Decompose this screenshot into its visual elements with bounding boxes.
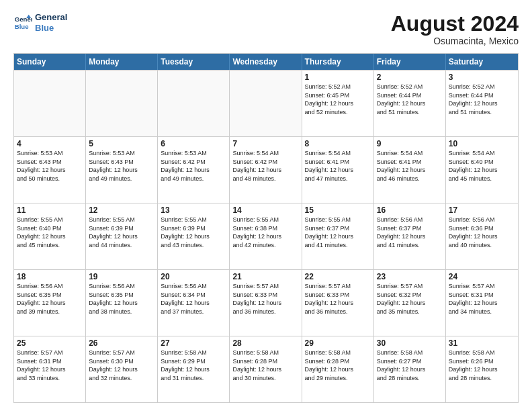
cal-cell: 27Sunrise: 5:58 AM Sunset: 6:29 PM Dayli… <box>158 336 230 402</box>
cal-cell: 11Sunrise: 5:55 AM Sunset: 6:40 PM Dayli… <box>14 203 86 269</box>
cal-cell: 4Sunrise: 5:53 AM Sunset: 6:43 PM Daylig… <box>14 137 86 203</box>
day-number: 7 <box>232 139 298 148</box>
day-number: 30 <box>377 338 443 348</box>
day-info: Sunrise: 5:56 AM Sunset: 6:35 PM Dayligh… <box>89 282 154 316</box>
day-info: Sunrise: 5:56 AM Sunset: 6:36 PM Dayligh… <box>449 216 515 249</box>
day-info: Sunrise: 5:58 AM Sunset: 6:26 PM Dayligh… <box>449 349 515 382</box>
week-row-4: 18Sunrise: 5:56 AM Sunset: 6:35 PM Dayli… <box>14 269 518 336</box>
cal-cell <box>158 71 230 136</box>
week-row-2: 4Sunrise: 5:53 AM Sunset: 6:43 PM Daylig… <box>14 136 518 203</box>
header-day-sunday: Sunday <box>14 54 86 70</box>
header-day-thursday: Thursday <box>302 54 374 70</box>
cal-cell: 15Sunrise: 5:55 AM Sunset: 6:37 PM Dayli… <box>302 203 374 269</box>
cal-cell: 12Sunrise: 5:55 AM Sunset: 6:39 PM Dayli… <box>86 203 158 269</box>
logo: General Blue General Blue <box>13 12 67 33</box>
day-number: 4 <box>17 139 83 148</box>
cal-cell: 14Sunrise: 5:55 AM Sunset: 6:38 PM Dayli… <box>230 203 302 269</box>
day-number: 13 <box>161 205 226 215</box>
day-info: Sunrise: 5:55 AM Sunset: 6:37 PM Dayligh… <box>305 216 371 249</box>
day-number: 6 <box>161 139 226 148</box>
day-info: Sunrise: 5:57 AM Sunset: 6:33 PM Dayligh… <box>305 282 371 316</box>
day-number: 15 <box>305 205 371 215</box>
cal-cell: 21Sunrise: 5:57 AM Sunset: 6:33 PM Dayli… <box>230 270 302 336</box>
day-number: 27 <box>161 338 226 348</box>
day-number: 28 <box>232 338 298 348</box>
week-row-5: 25Sunrise: 5:57 AM Sunset: 6:31 PM Dayli… <box>14 336 518 402</box>
location: Osumacinta, Mexico <box>391 36 519 46</box>
cal-cell: 1Sunrise: 5:52 AM Sunset: 6:45 PM Daylig… <box>302 71 374 136</box>
cal-cell <box>14 71 86 136</box>
cal-cell: 23Sunrise: 5:57 AM Sunset: 6:32 PM Dayli… <box>374 270 446 336</box>
calendar: SundayMondayTuesdayWednesdayThursdayFrid… <box>13 53 519 403</box>
day-info: Sunrise: 5:58 AM Sunset: 6:28 PM Dayligh… <box>305 349 371 382</box>
day-info: Sunrise: 5:54 AM Sunset: 6:40 PM Dayligh… <box>449 149 515 183</box>
day-number: 9 <box>377 139 443 148</box>
day-info: Sunrise: 5:54 AM Sunset: 6:41 PM Dayligh… <box>305 149 371 183</box>
cal-cell: 20Sunrise: 5:56 AM Sunset: 6:34 PM Dayli… <box>158 270 230 336</box>
cal-cell <box>86 71 158 136</box>
logo-text: General Blue <box>35 12 67 33</box>
day-info: Sunrise: 5:56 AM Sunset: 6:37 PM Dayligh… <box>377 216 443 249</box>
day-number: 17 <box>449 205 515 215</box>
day-info: Sunrise: 5:53 AM Sunset: 6:43 PM Dayligh… <box>17 149 83 183</box>
cal-cell: 28Sunrise: 5:58 AM Sunset: 6:28 PM Dayli… <box>230 336 302 402</box>
svg-text:Blue: Blue <box>15 22 29 30</box>
day-info: Sunrise: 5:52 AM Sunset: 6:45 PM Dayligh… <box>305 83 371 116</box>
day-number: 31 <box>449 338 515 348</box>
cal-cell: 7Sunrise: 5:54 AM Sunset: 6:42 PM Daylig… <box>230 137 302 203</box>
header-day-wednesday: Wednesday <box>230 54 302 70</box>
day-number: 29 <box>305 338 371 348</box>
header: General Blue General Blue August 2024 Os… <box>13 12 519 46</box>
day-info: Sunrise: 5:52 AM Sunset: 6:44 PM Dayligh… <box>377 83 443 116</box>
day-info: Sunrise: 5:58 AM Sunset: 6:29 PM Dayligh… <box>161 349 226 382</box>
day-number: 1 <box>305 73 371 82</box>
day-info: Sunrise: 5:57 AM Sunset: 6:30 PM Dayligh… <box>89 349 154 382</box>
day-number: 22 <box>305 272 371 281</box>
day-number: 19 <box>89 272 154 281</box>
week-row-1: 1Sunrise: 5:52 AM Sunset: 6:45 PM Daylig… <box>14 70 518 136</box>
day-info: Sunrise: 5:54 AM Sunset: 6:41 PM Dayligh… <box>377 149 443 183</box>
day-number: 3 <box>449 73 515 82</box>
cal-cell: 24Sunrise: 5:57 AM Sunset: 6:31 PM Dayli… <box>446 270 518 336</box>
cal-cell: 26Sunrise: 5:57 AM Sunset: 6:30 PM Dayli… <box>86 336 158 402</box>
day-info: Sunrise: 5:57 AM Sunset: 6:31 PM Dayligh… <box>449 282 515 316</box>
cal-cell: 25Sunrise: 5:57 AM Sunset: 6:31 PM Dayli… <box>14 336 86 402</box>
header-day-tuesday: Tuesday <box>158 54 230 70</box>
cal-cell: 29Sunrise: 5:58 AM Sunset: 6:28 PM Dayli… <box>302 336 374 402</box>
day-number: 2 <box>377 73 443 82</box>
cal-cell: 5Sunrise: 5:53 AM Sunset: 6:43 PM Daylig… <box>86 137 158 203</box>
day-number: 26 <box>89 338 154 348</box>
header-day-monday: Monday <box>86 54 158 70</box>
day-info: Sunrise: 5:58 AM Sunset: 6:28 PM Dayligh… <box>232 349 298 382</box>
cal-cell: 16Sunrise: 5:56 AM Sunset: 6:37 PM Dayli… <box>374 203 446 269</box>
day-number: 23 <box>377 272 443 281</box>
calendar-body: 1Sunrise: 5:52 AM Sunset: 6:45 PM Daylig… <box>14 70 518 402</box>
day-info: Sunrise: 5:56 AM Sunset: 6:34 PM Dayligh… <box>161 282 226 316</box>
day-info: Sunrise: 5:55 AM Sunset: 6:39 PM Dayligh… <box>89 216 154 249</box>
cal-cell: 9Sunrise: 5:54 AM Sunset: 6:41 PM Daylig… <box>374 137 446 203</box>
title-block: August 2024 Osumacinta, Mexico <box>391 12 519 46</box>
day-info: Sunrise: 5:53 AM Sunset: 6:42 PM Dayligh… <box>161 149 226 183</box>
cal-cell: 10Sunrise: 5:54 AM Sunset: 6:40 PM Dayli… <box>446 137 518 203</box>
cal-cell: 19Sunrise: 5:56 AM Sunset: 6:35 PM Dayli… <box>86 270 158 336</box>
day-info: Sunrise: 5:57 AM Sunset: 6:33 PM Dayligh… <box>232 282 298 316</box>
day-number: 10 <box>449 139 515 148</box>
cal-cell: 31Sunrise: 5:58 AM Sunset: 6:26 PM Dayli… <box>446 336 518 402</box>
day-info: Sunrise: 5:58 AM Sunset: 6:27 PM Dayligh… <box>377 349 443 382</box>
day-info: Sunrise: 5:56 AM Sunset: 6:35 PM Dayligh… <box>17 282 83 316</box>
day-info: Sunrise: 5:57 AM Sunset: 6:32 PM Dayligh… <box>377 282 443 316</box>
page: General Blue General Blue August 2024 Os… <box>0 0 532 411</box>
cal-cell: 13Sunrise: 5:55 AM Sunset: 6:39 PM Dayli… <box>158 203 230 269</box>
cal-cell: 3Sunrise: 5:52 AM Sunset: 6:44 PM Daylig… <box>446 71 518 136</box>
day-number: 8 <box>305 139 371 148</box>
day-number: 11 <box>17 205 83 215</box>
day-number: 18 <box>17 272 83 281</box>
day-info: Sunrise: 5:55 AM Sunset: 6:38 PM Dayligh… <box>232 216 298 249</box>
week-row-3: 11Sunrise: 5:55 AM Sunset: 6:40 PM Dayli… <box>14 203 518 269</box>
cal-cell: 2Sunrise: 5:52 AM Sunset: 6:44 PM Daylig… <box>374 71 446 136</box>
cal-cell: 30Sunrise: 5:58 AM Sunset: 6:27 PM Dayli… <box>374 336 446 402</box>
day-number: 24 <box>449 272 515 281</box>
header-day-saturday: Saturday <box>446 54 518 70</box>
cal-cell: 6Sunrise: 5:53 AM Sunset: 6:42 PM Daylig… <box>158 137 230 203</box>
cal-cell: 17Sunrise: 5:56 AM Sunset: 6:36 PM Dayli… <box>446 203 518 269</box>
